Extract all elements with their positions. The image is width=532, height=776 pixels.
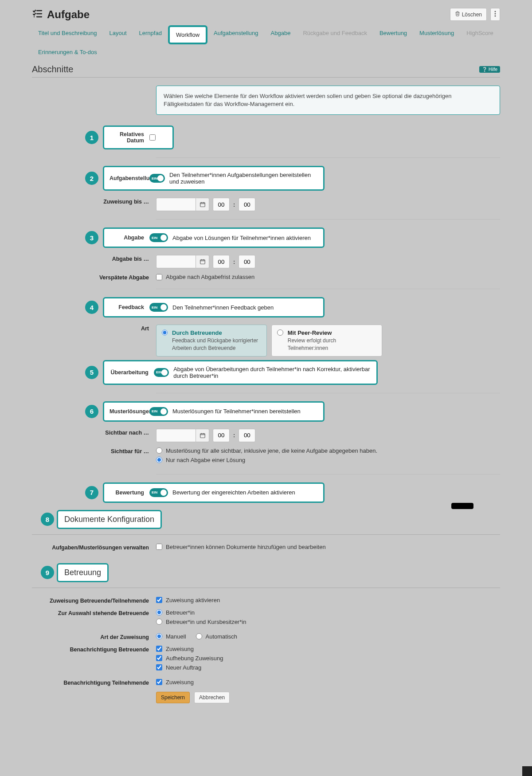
svg-rect-7 bbox=[200, 203, 205, 207]
abgabe-block: Abgabe EIN Abgabe von Lösungen für Teiln… bbox=[103, 227, 325, 248]
feedback-card-peer[interactable]: Mit Peer-Review Review erfolgt durch Tei… bbox=[271, 325, 382, 356]
nc-aufhebung[interactable] bbox=[156, 655, 162, 661]
kebab-icon bbox=[494, 11, 496, 18]
tab-lernpfad[interactable]: Lernpfad bbox=[133, 25, 168, 44]
feedback-radio-betreuende[interactable] bbox=[162, 329, 168, 336]
ueberarbeitung-block: Überarbeitung EIN Abgabe von Überarbeitu… bbox=[103, 360, 378, 385]
step-badge-1: 1 bbox=[85, 131, 98, 144]
sichtbar-mm[interactable] bbox=[239, 429, 255, 442]
late-submission-checkbox[interactable] bbox=[156, 274, 162, 280]
bewertung-toggle[interactable]: EIN bbox=[149, 488, 168, 497]
feedback-art-label: Art bbox=[32, 323, 156, 332]
svg-rect-15 bbox=[200, 434, 205, 438]
abgabe-bis-label: Abgabe bis … bbox=[32, 253, 156, 262]
tab-r-ckgabe-und-feedback[interactable]: Rückgabe und Feedback bbox=[297, 25, 373, 44]
coaching-assign-checkbox[interactable] bbox=[156, 597, 162, 603]
manage-docs-checkbox[interactable] bbox=[156, 544, 162, 550]
more-actions-button[interactable] bbox=[490, 8, 500, 21]
aufgabenstellung-toggle[interactable]: EIN bbox=[149, 174, 165, 183]
ueberarbeitung-toggle[interactable]: EIN bbox=[154, 368, 169, 377]
step-badge-5: 5 bbox=[85, 366, 98, 379]
sichtbar-date-picker[interactable] bbox=[196, 429, 209, 442]
abgabe-toggle[interactable]: EIN bbox=[149, 233, 168, 242]
step-badge-9: 9 bbox=[41, 566, 54, 579]
step-badge-3: 3 bbox=[85, 231, 98, 244]
sichtbar-nach-abgabe-radio[interactable] bbox=[156, 457, 162, 463]
zuweisung-bis-label: Zuweisung bis … bbox=[32, 196, 156, 205]
trash-icon bbox=[455, 11, 460, 18]
step-badge-7: 7 bbox=[85, 486, 98, 499]
section-title: Abschnitte bbox=[32, 64, 73, 74]
svg-point-6 bbox=[495, 16, 496, 17]
tab-highscore[interactable]: HighScore bbox=[460, 25, 500, 44]
late-submission-label: Verspätete Abgabe bbox=[32, 272, 156, 281]
info-box: Wählen Sie welche Elemente für den Workf… bbox=[156, 86, 500, 115]
tab-bewertung[interactable]: Bewertung bbox=[373, 25, 413, 44]
np-zuweisung[interactable] bbox=[156, 679, 162, 685]
cancel-button[interactable]: Abbrechen bbox=[194, 692, 230, 703]
sichtbar-date-input[interactable] bbox=[156, 429, 196, 442]
aufgabenstellung-block: Aufgabenstellung EIN Den Teilnehmer*inne… bbox=[103, 166, 325, 191]
avail-opt2-radio[interactable] bbox=[156, 619, 162, 625]
sichtbar-fuer-label: Sichtbar für … bbox=[32, 446, 156, 455]
type-auto-radio[interactable] bbox=[196, 633, 202, 639]
manage-docs-label: Aufgaben/Musterlösungen verwalten bbox=[32, 542, 156, 551]
abgabe-hh[interactable] bbox=[213, 255, 230, 268]
step-badge-6: 6 bbox=[85, 405, 98, 418]
abgabe-date-input[interactable] bbox=[156, 255, 196, 268]
zuweisung-date-picker[interactable] bbox=[196, 198, 209, 211]
nc-neuer-auftrag[interactable] bbox=[156, 664, 162, 670]
sichtbar-nach-label: Sichtbar nach … bbox=[32, 427, 156, 436]
feedback-block: Feedback EIN Den Teilnehmer*innen Feedba… bbox=[103, 297, 325, 317]
step-badge-2: 2 bbox=[85, 172, 98, 185]
notify-part-label: Benachrichtigung Teilnehmende bbox=[32, 677, 156, 686]
tab-musterl-sung[interactable]: Musterlösung bbox=[413, 25, 460, 44]
relative-date-block: Relatives Datum bbox=[103, 125, 174, 149]
abgabe-mm[interactable] bbox=[239, 255, 255, 268]
step-badge-4: 4 bbox=[85, 301, 98, 314]
tab-titel-und-beschreibung[interactable]: Titel und Beschreibung bbox=[32, 25, 103, 44]
sichtbar-all-radio[interactable] bbox=[156, 447, 162, 454]
avail-coach-label: Zur Auswahl stehende Betreuende bbox=[32, 607, 156, 616]
tab-erinnerungen-to-dos[interactable]: Erinnerungen & To-dos bbox=[32, 44, 103, 60]
tab-abgabe[interactable]: Abgabe bbox=[265, 25, 297, 44]
delete-button[interactable]: Löschen bbox=[450, 8, 487, 21]
step-badge-8: 8 bbox=[41, 513, 54, 526]
page-title: Aufgabe bbox=[47, 8, 90, 21]
coaching-assign-label: Zuweisung Betreuende/Teilnehmende bbox=[32, 595, 156, 604]
svg-point-4 bbox=[495, 11, 496, 12]
type-manual-radio[interactable] bbox=[156, 633, 162, 639]
zuweisung-date-input[interactable] bbox=[156, 198, 196, 211]
nc-zuweisung[interactable] bbox=[156, 646, 162, 652]
relative-date-checkbox[interactable] bbox=[149, 134, 156, 141]
tab-aufgabenstellung[interactable]: Aufgabenstellung bbox=[207, 25, 264, 44]
help-icon: ❔ bbox=[482, 67, 487, 72]
feedback-toggle[interactable]: EIN bbox=[149, 303, 168, 312]
abgabe-date-picker[interactable] bbox=[196, 255, 209, 268]
avail-opt1-radio[interactable] bbox=[156, 609, 162, 615]
zuweisung-hh[interactable] bbox=[213, 198, 230, 211]
sichtbar-hh[interactable] bbox=[213, 429, 230, 442]
dokumente-konfig-heading: Dokumente Konfiguration bbox=[57, 510, 162, 529]
save-button[interactable]: Speichern bbox=[156, 692, 190, 703]
notify-coach-label: Benachrichtigung Betreuende bbox=[32, 644, 156, 653]
feedback-radio-peer[interactable] bbox=[277, 329, 283, 336]
svg-point-5 bbox=[495, 13, 496, 15]
redacted-block bbox=[451, 503, 473, 509]
betreuung-heading: Betreuung bbox=[57, 563, 109, 582]
feedback-card-betreuende[interactable]: Durch Betreuende Feedback und Rückgabe k… bbox=[156, 325, 267, 356]
musterloesungen-block: Musterlösungen EIN Musterlösungen für Te… bbox=[103, 401, 325, 422]
help-badge[interactable]: ❔ Hilfe bbox=[479, 66, 500, 73]
task-checklist-icon bbox=[32, 8, 43, 20]
tab-layout[interactable]: Layout bbox=[103, 25, 133, 44]
bewertung-block: Bewertung EIN Bewertung der eingereichte… bbox=[103, 482, 325, 503]
assign-type-label: Art der Zuweisung bbox=[32, 631, 156, 640]
svg-rect-11 bbox=[200, 260, 205, 264]
tab-workflow[interactable]: Workflow bbox=[168, 25, 207, 44]
zuweisung-mm[interactable] bbox=[239, 198, 255, 211]
musterloesungen-toggle[interactable]: EIN bbox=[149, 407, 168, 416]
